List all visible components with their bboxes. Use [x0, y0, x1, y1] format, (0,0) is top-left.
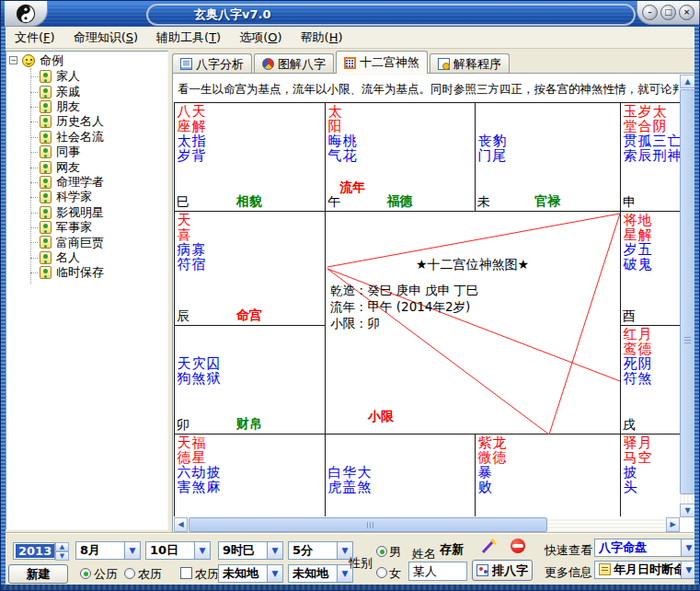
male-radio[interactable] — [376, 546, 387, 557]
case-folder-icon — [40, 131, 52, 144]
horizontal-scrollbar[interactable]: ◀ ▶ — [174, 517, 680, 532]
menu-item-1[interactable]: 命理知识(S) — [74, 29, 138, 46]
menu-item-4[interactable]: 帮助(H) — [301, 29, 343, 46]
case-folder-icon — [40, 86, 52, 98]
year-spin-up[interactable]: ▲ — [55, 542, 69, 551]
close-button[interactable]: × — [679, 5, 694, 20]
day-select[interactable]: 10日▼ — [145, 541, 211, 560]
chart-title: ★十二宫位神煞图★ — [325, 257, 620, 273]
solar-label[interactable]: 公历 — [94, 566, 118, 583]
palace-cell-10: 紫微暴败龙德 — [475, 434, 620, 516]
tree-item-label: 命理学者 — [56, 174, 104, 191]
lunar-label[interactable]: 农历 — [138, 566, 162, 583]
tree-item-label: 亲戚 — [56, 84, 80, 100]
tab-3[interactable]: 解释程序 — [430, 53, 510, 74]
tree-item-13[interactable]: 临时保存 — [6, 265, 167, 280]
vertical-scrollbar[interactable]: ▲ ▼ — [680, 75, 695, 517]
tree-item-9[interactable]: 影视明星 — [6, 205, 167, 220]
scroll-left-arrow[interactable]: ◀ — [174, 517, 188, 532]
tree-item-3[interactable]: 历史名人 — [6, 114, 167, 129]
app-logo-chip — [5, 1, 48, 27]
tree-item-7[interactable]: 命理学者 — [6, 175, 167, 190]
new-button[interactable]: 新建 — [8, 564, 68, 584]
year-input[interactable]: 2013 — [13, 542, 55, 560]
minute-select[interactable]: 5分▼ — [288, 541, 353, 560]
tree-item-0[interactable]: 家人 — [6, 69, 167, 84]
leap-month-checkbox[interactable] — [180, 567, 192, 579]
tree-item-6[interactable]: 网友 — [6, 159, 167, 174]
tree-item-5[interactable]: 同事 — [6, 145, 167, 159]
branch-label: 辰 — [177, 308, 189, 325]
tab-1[interactable]: 图解八字 — [254, 53, 334, 74]
male-label[interactable]: 男 — [389, 544, 401, 561]
tree-item-label: 科学家 — [56, 189, 92, 205]
menu-item-2[interactable]: 辅助工具(T) — [156, 29, 221, 46]
tab-0[interactable]: 八字分析 — [172, 53, 252, 74]
tree-item-4[interactable]: 社会名流 — [6, 130, 167, 145]
palace-cell-辰: 天喜病符寡宿辰命宫 — [174, 211, 325, 325]
menu-item-0[interactable]: 文件(F) — [15, 29, 55, 46]
lunar-radio[interactable] — [124, 568, 135, 579]
hour-select[interactable]: 9时巳▼ — [218, 541, 283, 560]
province-select[interactable]: 未知地▼ — [218, 564, 283, 583]
chevron-down-icon[interactable]: ▼ — [267, 565, 282, 582]
gender-label: 性别 — [349, 555, 373, 572]
scroll-down-arrow[interactable]: ▼ — [680, 504, 695, 517]
scroll-up-arrow[interactable]: ▲ — [680, 75, 695, 88]
case-folder-icon — [40, 145, 52, 158]
chevron-down-icon[interactable]: ▼ — [124, 542, 140, 559]
tree-item-label: 家人 — [56, 68, 80, 85]
tree-item-8[interactable]: 科学家 — [6, 190, 167, 204]
palace-name-label: 财帛 — [236, 416, 262, 433]
vertical-scrollbar-thumb[interactable] — [680, 89, 695, 494]
case-folder-icon — [40, 70, 52, 83]
chart-info-line-1: 流年：甲午 (2014年2岁) — [330, 299, 470, 316]
palace-cell-酉: 将星岁破地解五鬼酉 — [620, 211, 680, 325]
palace-cell-8: 天德六害福星劫煞披麻 — [174, 434, 325, 516]
tab-2[interactable]: 十二宫神煞 — [336, 51, 428, 74]
marker-流年: 流年 — [339, 180, 365, 196]
more-info-select[interactable]: 年月日时断命▼ — [594, 561, 697, 579]
palace-cell-巳: 八座太岁天解指背巳相貌 — [174, 102, 325, 211]
case-folder-icon — [40, 161, 52, 174]
chevron-down-icon[interactable]: ▼ — [267, 542, 282, 559]
name-input[interactable]: 某人 — [408, 562, 467, 581]
paipan-button[interactable]: 排八字 — [472, 560, 533, 581]
maximize-button[interactable]: □ — [660, 5, 676, 20]
tree-item-1[interactable]: 亲戚 — [6, 84, 167, 98]
tree-collapse-icon[interactable]: − — [9, 56, 17, 64]
grid-icon — [344, 57, 356, 69]
pen-icon[interactable] — [480, 537, 499, 555]
tree-item-label: 社会名流 — [56, 129, 104, 145]
horizontal-scrollbar-thumb[interactable] — [189, 517, 547, 532]
female-label[interactable]: 女 — [389, 565, 401, 582]
case-folder-icon — [40, 115, 52, 128]
tree-root[interactable]: − 命例 — [6, 52, 167, 69]
minimize-button[interactable]: – — [642, 5, 658, 20]
female-radio[interactable] — [376, 567, 387, 578]
palace-name-label: 福德 — [387, 193, 413, 210]
tree-item-label: 历史名人 — [56, 113, 104, 130]
chevron-down-icon[interactable]: ▼ — [194, 542, 210, 559]
solar-radio[interactable] — [80, 568, 91, 579]
tab-label: 解释程序 — [453, 56, 501, 73]
branch-label: 卯 — [177, 417, 189, 434]
tree-item-12[interactable]: 名人 — [6, 250, 167, 265]
year-spin-down[interactable]: ▼ — [55, 551, 69, 561]
palace-name-label: 官禄 — [534, 193, 560, 210]
stop-icon[interactable] — [511, 539, 525, 553]
branch-label: 巳 — [177, 194, 189, 211]
menu-item-3[interactable]: 选项(O) — [239, 29, 281, 46]
tree-item-2[interactable]: 朋友 — [6, 99, 167, 114]
city-select[interactable]: 未知地▼ — [288, 564, 353, 583]
tree-item-11[interactable]: 富商巨贾 — [6, 235, 167, 249]
branch-label: 酉 — [623, 308, 636, 325]
save-new-label[interactable]: 存新 — [440, 541, 464, 558]
month-select[interactable]: 8月▼ — [75, 541, 141, 560]
titlebar[interactable]: 玄奥八字v7.0 – □ × — [1, 1, 700, 27]
tree-item-10[interactable]: 军事家 — [6, 220, 167, 235]
palace-cell-戌: 红鸾死符月德阴煞戌 — [620, 325, 680, 434]
chart-center-block: ★十二宫位神煞图★ 乾造：癸巳 庚申 戊申 丁巳流年：甲午 (2014年2岁)小… — [325, 211, 620, 434]
scroll-right-arrow[interactable]: ▶ — [666, 517, 680, 532]
quick-view-select[interactable]: 八字命盘▼ — [594, 539, 697, 557]
